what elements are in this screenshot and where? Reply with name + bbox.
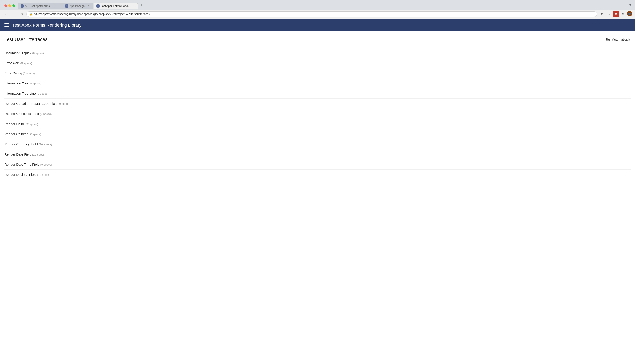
profile-avatar[interactable]: 👤 — [627, 11, 632, 16]
interface-specs: (0 specs) — [58, 102, 70, 106]
bookmark-button[interactable]: ☆ — [606, 11, 612, 17]
list-item[interactable]: Document Display(0 specs) — [5, 48, 630, 58]
hamburger-line-2 — [5, 25, 9, 25]
tab-label-2: App Manager — [70, 4, 86, 8]
interface-list: Document Display(0 specs)Error Alert(0 s… — [5, 48, 630, 180]
list-item[interactable]: Render Currency Field(20 specs) — [5, 139, 630, 149]
share-button[interactable]: ⬆ — [599, 11, 605, 17]
tab-test-apex[interactable]: ✦ Test Apex Forms Rendering Li... ✕ — [94, 3, 138, 9]
navigation-bar: ‹ › ↻ 🔒 sit-test-apex-forms-rendering-li… — [0, 10, 635, 19]
close-window-button[interactable] — [5, 4, 7, 7]
puzzle-button[interactable]: ⊕ — [620, 11, 626, 17]
tab-close-3[interactable]: ✕ — [132, 4, 135, 8]
page-header: Test User Interfaces Run Automatically — [5, 36, 630, 42]
interface-specs: (20 specs) — [39, 143, 52, 146]
tab-app-manager[interactable]: ✦ App Manager ✕ — [62, 3, 93, 9]
hamburger-line-1 — [5, 24, 9, 24]
tab-close-1[interactable]: ✕ — [56, 4, 59, 8]
minimize-window-button[interactable] — [9, 4, 11, 7]
list-item[interactable]: Error Dialog(0 specs) — [5, 68, 630, 78]
app-title: Test Apex Forms Rendering Library — [12, 23, 82, 28]
interface-specs: (0 specs) — [37, 92, 48, 95]
interface-name: Render Checkbox Field — [5, 112, 39, 116]
interface-name: Error Alert — [5, 61, 20, 65]
interface-name: Information Tree — [5, 82, 29, 85]
tab-icon-3: ✦ — [97, 4, 100, 8]
list-item[interactable]: Render Children(0 specs) — [5, 129, 630, 139]
hamburger-line-3 — [5, 26, 9, 27]
interface-name: Render Currency Field — [5, 142, 38, 146]
interface-specs: (19 specs) — [37, 173, 51, 176]
tab-bar: ✦ AD: Test Apex Forms Renderin... ✕ ✦ Ap… — [18, 3, 627, 9]
extensions-button[interactable]: M — [613, 11, 619, 17]
interface-specs: (12 specs) — [32, 153, 46, 156]
tab-label-1: AD: Test Apex Forms Renderin... — [25, 4, 55, 8]
list-item[interactable]: Render Decimal Field(19 specs) — [5, 170, 630, 180]
list-item[interactable]: Information Tree(5 specs) — [5, 78, 630, 88]
tab-label-3: Test Apex Forms Rendering Li... — [101, 4, 131, 8]
list-item[interactable]: Render Canadian Postal Code Field(0 spec… — [5, 98, 630, 109]
new-tab-button[interactable]: + — [138, 3, 144, 9]
list-item[interactable]: Error Alert(0 specs) — [5, 58, 630, 68]
interface-specs: (0 specs) — [23, 72, 35, 75]
interface-name: Render Decimal Field — [5, 173, 36, 176]
interface-specs: (0 specs) — [32, 52, 44, 55]
main-content: Test User Interfaces Run Automatically D… — [0, 31, 635, 185]
back-button[interactable]: ‹ — [3, 11, 9, 17]
interface-name: Render Children — [5, 132, 29, 136]
interface-name: Information Tree Line — [5, 92, 36, 95]
interface-name: Document Display — [5, 51, 31, 55]
interface-name: Render Date Field — [5, 152, 31, 156]
run-automatically-label[interactable]: Run Automatically — [606, 38, 630, 41]
list-item[interactable]: Render Child(32 specs) — [5, 119, 630, 129]
tab-close-2[interactable]: ✕ — [87, 4, 90, 8]
address-bar[interactable]: 🔒 sit-test-apex-forms-rendering-library-… — [27, 12, 597, 17]
hamburger-menu-button[interactable] — [5, 23, 9, 27]
interface-specs: (0 specs) — [29, 132, 41, 136]
browser-chrome: ✦ AD: Test Apex Forms Renderin... ✕ ✦ Ap… — [0, 0, 635, 19]
list-item[interactable]: Render Date Time Field(9 specs) — [5, 160, 630, 170]
interface-name: Render Child — [5, 122, 24, 126]
tab-icon-2: ✦ — [65, 4, 68, 8]
interface-name: Render Date Time Field — [5, 162, 39, 166]
interface-name: Error Dialog — [5, 71, 22, 75]
list-item[interactable]: Render Checkbox Field(5 specs) — [5, 109, 630, 119]
interface-specs: (0 specs) — [20, 62, 32, 65]
interface-specs: (9 specs) — [40, 163, 52, 166]
refresh-button[interactable]: ↻ — [19, 11, 25, 17]
interface-name: Render Canadian Postal Code Field — [5, 102, 57, 106]
tab-ad-test[interactable]: ✦ AD: Test Apex Forms Renderin... ✕ — [18, 3, 62, 9]
interface-specs: (5 specs) — [40, 112, 52, 116]
window-controls — [2, 3, 18, 9]
tab-icon-1: ✦ — [21, 4, 24, 8]
tabs-dropdown-button[interactable]: ▾ — [627, 2, 633, 8]
forward-button[interactable]: › — [11, 11, 17, 17]
run-automatically-container: Run Automatically — [600, 38, 630, 41]
interface-specs: (32 specs) — [25, 122, 38, 126]
run-automatically-checkbox[interactable] — [600, 38, 604, 41]
app-header: Test Apex Forms Rendering Library — [0, 19, 635, 31]
maximize-window-button[interactable] — [12, 4, 15, 7]
lock-icon: 🔒 — [29, 13, 33, 16]
interface-specs: (5 specs) — [29, 82, 41, 85]
list-item[interactable]: Information Tree Line(0 specs) — [5, 88, 630, 98]
list-item[interactable]: Render Date Field(12 specs) — [5, 149, 630, 160]
address-text: sit-test-apex-forms-rendering-library-da… — [34, 12, 594, 16]
page-title: Test User Interfaces — [5, 36, 48, 42]
nav-actions: ⬆ ☆ M ⊕ 👤 — [599, 11, 632, 17]
